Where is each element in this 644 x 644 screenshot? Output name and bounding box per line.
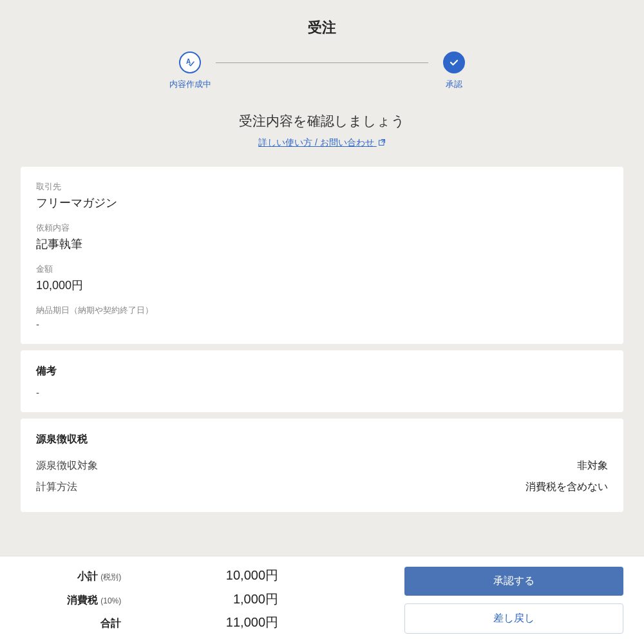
subtotal-value: 10,000円 bbox=[129, 567, 278, 584]
help-link-text: 詳しい使い方 / お問い合わせ bbox=[258, 137, 374, 147]
withholding-method-row: 計算方法 消費税を含めない bbox=[36, 477, 608, 498]
bottom-bar: 小計 (税別) 10,000円 消費税 (10%) 1,000円 合計 11,0… bbox=[0, 556, 644, 644]
withholding-target-value: 非対象 bbox=[577, 459, 608, 473]
step-approval-icon bbox=[443, 52, 465, 73]
external-link-icon bbox=[378, 138, 386, 148]
check-icon bbox=[448, 57, 460, 68]
step-approval: 承認 bbox=[428, 52, 480, 90]
tax-value: 1,000円 bbox=[129, 591, 278, 608]
edit-check-icon: A bbox=[184, 57, 196, 68]
withholding-target-label: 源泉徴収対象 bbox=[36, 459, 98, 473]
step-creating-icon: A bbox=[179, 52, 201, 73]
confirm-heading: 受注内容を確認しましょう bbox=[0, 112, 644, 130]
actions: 承認する 差し戻し bbox=[404, 567, 623, 634]
total-label: 合計 bbox=[21, 617, 121, 630]
page-title: 受注 bbox=[0, 0, 644, 52]
request-label: 依頼内容 bbox=[36, 222, 608, 234]
approve-button[interactable]: 承認する bbox=[404, 567, 623, 596]
step-approval-label: 承認 bbox=[446, 79, 462, 90]
memo-value: - bbox=[36, 387, 608, 398]
withholding-target-row: 源泉徴収対象 非対象 bbox=[36, 455, 608, 477]
svg-text:A: A bbox=[186, 58, 191, 65]
withholding-card: 源泉徴収税 源泉徴収対象 非対象 計算方法 消費税を含めない bbox=[21, 419, 623, 512]
client-label: 取引先 bbox=[36, 181, 608, 193]
step-creating: A 内容作成中 bbox=[164, 52, 216, 90]
reject-button[interactable]: 差し戻し bbox=[404, 603, 623, 634]
due-label: 納品期日（納期や契約終了日） bbox=[36, 305, 608, 316]
memo-title: 備考 bbox=[36, 365, 608, 378]
totals: 小計 (税別) 10,000円 消費税 (10%) 1,000円 合計 11,0… bbox=[21, 567, 278, 634]
withholding-title: 源泉徴収税 bbox=[36, 433, 608, 446]
subtotal-label: 小計 (税別) bbox=[21, 570, 121, 583]
main-content: 受注 A 内容作成中 承認 受注内容を確認しましょう 詳しい使い方 / お問い合… bbox=[0, 0, 644, 556]
step-creating-label: 内容作成中 bbox=[169, 79, 211, 90]
memo-card: 備考 - bbox=[21, 350, 623, 412]
client-value: フリーマガジン bbox=[36, 195, 608, 211]
progress-steps: A 内容作成中 承認 bbox=[0, 52, 644, 102]
help-link[interactable]: 詳しい使い方 / お問い合わせ bbox=[258, 137, 386, 147]
withholding-method-value: 消費税を含めない bbox=[526, 480, 608, 494]
help-link-wrap: 詳しい使い方 / お問い合わせ bbox=[0, 137, 644, 149]
request-value: 記事執筆 bbox=[36, 236, 608, 252]
details-card: 取引先 フリーマガジン 依頼内容 記事執筆 金額 10,000円 納品期日（納期… bbox=[21, 167, 623, 344]
tax-label: 消費税 (10%) bbox=[21, 594, 121, 607]
amount-label: 金額 bbox=[36, 263, 608, 275]
step-connector bbox=[216, 62, 428, 63]
due-value: - bbox=[36, 319, 608, 330]
total-value: 11,000円 bbox=[129, 614, 278, 631]
amount-value: 10,000円 bbox=[36, 278, 608, 293]
withholding-method-label: 計算方法 bbox=[36, 480, 77, 494]
